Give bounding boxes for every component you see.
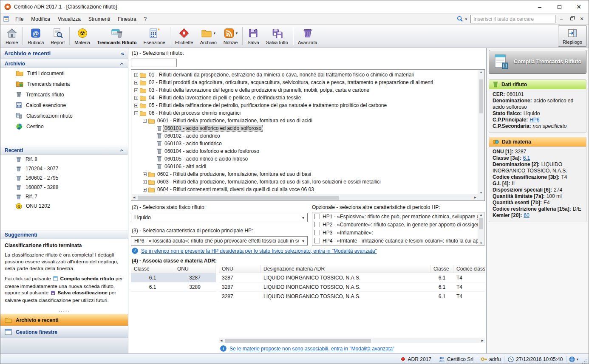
scrollbar-thumb[interactable] bbox=[479, 218, 483, 229]
sidebar-item-classificazioni-rifiuto[interactable]: Classificazioni rifiuto bbox=[0, 110, 128, 121]
column-header[interactable]: ONU bbox=[219, 265, 261, 273]
sidebar-item-tremcards-materia[interactable]: Tremcards materia bbox=[0, 79, 128, 89]
table-row[interactable]: 3287LIQUIDO INORGANICO TOSSICO, N.A.S.6.… bbox=[219, 292, 485, 301]
section-header-suggerimenti[interactable]: Suggerimenti bbox=[0, 230, 128, 239]
scrollbar-thumb[interactable] bbox=[138, 196, 339, 200]
tree-item[interactable]: 060105 - acido nitrico e acido nitroso bbox=[132, 155, 478, 163]
tree-item[interactable]: +0604 - Rifiuti contenenti metalli, dive… bbox=[132, 186, 478, 193]
scrollbar-thumb[interactable] bbox=[225, 339, 371, 343]
table-row[interactable]: 3287LIQUIDO INORGANICO TOSSICO, N.A.S.6.… bbox=[219, 273, 485, 282]
chevron-down-icon[interactable]: ▾ bbox=[299, 237, 307, 245]
sidebar-item-onu-1202[interactable]: ☢ONU 1202 bbox=[0, 201, 128, 211]
section-header-recenti[interactable]: Recenti bbox=[0, 146, 128, 155]
tree-item[interactable]: 060104 - acido fosforico e acido fosforo… bbox=[132, 147, 478, 155]
stato-fisico-combobox[interactable]: Liquido ▾ bbox=[131, 213, 308, 222]
field-value-link[interactable]: HP6 bbox=[530, 117, 539, 123]
mdi-minimize-button[interactable]: – bbox=[557, 15, 566, 23]
toolbar-report-button[interactable]: Report bbox=[47, 25, 68, 47]
menu-item-modifica[interactable]: Modifica bbox=[27, 14, 54, 24]
tree-item[interactable]: +0603 - Rifiuti della produzione, formul… bbox=[132, 178, 478, 186]
field-value-link[interactable]: 6.1 bbox=[523, 155, 530, 161]
hp-option[interactable]: HP1 - «Esplosivo»: rifiuto che può, per … bbox=[312, 212, 478, 220]
column-header[interactable]: Designazione materia ADR bbox=[261, 265, 430, 273]
hp-option[interactable]: HP4 - «Irritante - irritazione cutanea e… bbox=[312, 237, 478, 245]
chevron-down-icon[interactable]: ▾ bbox=[213, 31, 215, 35]
tree-item[interactable]: -0601 - Rifiuti della produzione, formul… bbox=[132, 117, 478, 124]
search-scope-chevron-icon[interactable]: ▾ bbox=[465, 17, 469, 21]
tree-item[interactable]: +04 - Rifiuti della lavorazione di pelli… bbox=[132, 94, 478, 102]
hp-checkbox[interactable] bbox=[314, 222, 320, 227]
table-row[interactable]: 6.13287 bbox=[131, 273, 216, 282]
toolbar-notizie-button[interactable]: ▾Notizie bbox=[220, 25, 241, 47]
tree-filter-input[interactable] bbox=[131, 59, 177, 67]
expand-icon[interactable]: + bbox=[134, 96, 138, 100]
menu-item-file[interactable]: File bbox=[11, 14, 27, 24]
tree-item[interactable]: +02 - Rifiuti prodotti da agricoltura, o… bbox=[132, 79, 478, 86]
tree-item[interactable]: 060103 - acido fluoridrico bbox=[132, 140, 478, 147]
tree-item[interactable]: +03 - Rifiuti della lavorazione del legn… bbox=[132, 86, 478, 94]
modalita-avanzata-link[interactable]: Se le materie proposte non sono associab… bbox=[229, 346, 394, 352]
splitter-grip[interactable]: ····· bbox=[0, 309, 128, 314]
mdi-close-button[interactable]: ✕ bbox=[578, 15, 586, 23]
toolbar-home-button[interactable]: Home bbox=[2, 25, 21, 47]
chevron-down-icon[interactable]: ▾ bbox=[236, 31, 238, 35]
modalita-avanzata-link[interactable]: Se in elenco non è presente la HP deside… bbox=[141, 248, 377, 254]
search-input[interactable] bbox=[470, 15, 555, 23]
chevron-up-icon[interactable] bbox=[120, 62, 124, 65]
tree-item[interactable]: -06 - Rifiuti dei processi chimici inorg… bbox=[132, 109, 478, 117]
column-header[interactable]: Codice classif bbox=[453, 265, 485, 273]
toolbar-esenzione-button[interactable]: *Esenzione bbox=[140, 25, 169, 47]
hp-checkbox[interactable] bbox=[314, 238, 320, 243]
minimize-button[interactable]: – bbox=[530, 0, 549, 13]
section-header-archivio[interactable]: Archivio bbox=[0, 59, 128, 68]
expand-icon[interactable]: + bbox=[134, 104, 138, 107]
toolbar-riepilogo-button[interactable]: Riepilogo bbox=[558, 25, 587, 47]
hp-principale-combobox[interactable]: HP6 - «Tossicità acuta»: rifiuto che può… bbox=[131, 236, 308, 245]
sidebar-item-170204-3077[interactable]: 170204 - 3077 bbox=[0, 164, 128, 173]
tree-vertical-scrollbar[interactable]: ▲▼ bbox=[478, 70, 484, 195]
maximize-button[interactable] bbox=[549, 0, 569, 13]
expand-icon[interactable]: + bbox=[143, 188, 147, 192]
tree-horizontal-scrollbar[interactable]: ◀▶ bbox=[132, 195, 478, 200]
search-icon[interactable] bbox=[457, 16, 463, 22]
dati-materia-header[interactable]: Dati materia bbox=[489, 137, 586, 147]
column-header[interactable]: Classe bbox=[430, 265, 453, 273]
toolbar-tremcards-rifiuto-button[interactable]: Tremcards Rifiuto bbox=[93, 25, 140, 47]
scroll-right-icon[interactable]: ▶ bbox=[474, 196, 476, 199]
toolbar-materia-button[interactable]: ☢Materia bbox=[71, 25, 93, 47]
scroll-down-icon[interactable]: ▼ bbox=[480, 242, 483, 245]
materia-table-scrollbar[interactable]: ◀▶ bbox=[219, 338, 485, 343]
hp-option[interactable]: HP3 - «Infiammabile»: bbox=[312, 229, 478, 237]
dati-rifiuto-header[interactable]: Dati rifiuto bbox=[489, 80, 586, 89]
scroll-left-icon[interactable]: ◀ bbox=[220, 339, 222, 342]
scroll-right-icon[interactable]: ▶ bbox=[481, 339, 484, 342]
chevron-up-icon[interactable] bbox=[120, 149, 124, 152]
menu-item-finestra[interactable]: Finestra bbox=[114, 14, 140, 24]
collapse-panel-button[interactable]: « bbox=[121, 50, 124, 56]
expand-icon[interactable]: + bbox=[134, 73, 138, 77]
column-header[interactable]: ONU bbox=[174, 265, 215, 273]
scroll-down-icon[interactable]: ▼ bbox=[480, 191, 483, 194]
table-row[interactable]: 6.13289 bbox=[131, 282, 216, 292]
toolbar-salva-button[interactable]: Salva bbox=[244, 25, 263, 47]
sidebar-item-rif-8[interactable]: Rif. 8 bbox=[0, 155, 128, 164]
column-header[interactable]: Classe bbox=[131, 265, 174, 273]
sidebar-item-tremcards-rifiuto[interactable]: Tremcards rifiuto bbox=[0, 89, 128, 100]
toolbar-archivio-button[interactable]: ▾Archivio bbox=[197, 25, 220, 47]
scroll-up-icon[interactable]: ▲ bbox=[480, 71, 483, 73]
tree-item[interactable]: +01 - Rifiuti derivanti da prospezione, … bbox=[132, 71, 478, 79]
menu-item-visualizza[interactable]: Visualizza bbox=[54, 14, 85, 24]
language-selector[interactable]: ▾ bbox=[566, 356, 581, 362]
toolbar-rubrica-button[interactable]: @Rubrica bbox=[24, 25, 47, 47]
close-button[interactable]: ✕ bbox=[569, 0, 589, 13]
menu-item-strumenti[interactable]: Strumenti bbox=[85, 14, 114, 24]
chevron-down-icon[interactable]: ▾ bbox=[299, 213, 307, 222]
sidebar-item-160807-3288[interactable]: 160807 - 3288 bbox=[0, 183, 128, 192]
scroll-left-icon[interactable]: ◀ bbox=[133, 196, 135, 199]
hp-checkbox[interactable] bbox=[314, 230, 320, 235]
compila-tremcards-button[interactable]: Compila Tremcards Rifiuto bbox=[489, 50, 586, 74]
expand-icon[interactable]: + bbox=[134, 81, 138, 85]
resize-grip-icon[interactable] bbox=[582, 359, 587, 364]
hp-option[interactable]: HP2 - «Comburente»: rifiuto capace, in g… bbox=[312, 220, 478, 229]
scrollbar-thumb[interactable] bbox=[479, 79, 483, 113]
